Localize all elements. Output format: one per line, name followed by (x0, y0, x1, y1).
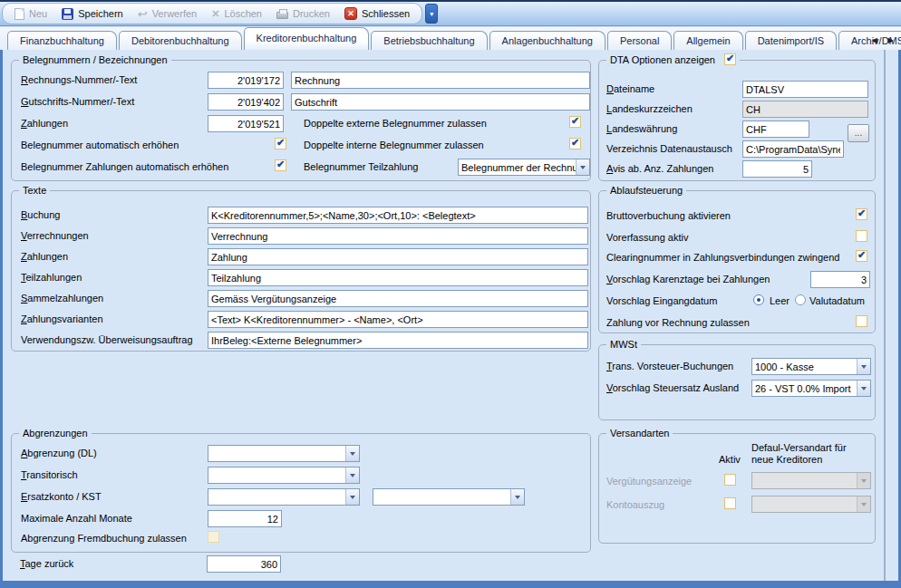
new-button[interactable]: Neu (7, 4, 54, 24)
dropdown-arrow-icon[interactable] (857, 359, 870, 374)
tab-scroll-arrows: ◀ ▶ (872, 36, 894, 44)
save-button[interactable]: Speichern (54, 4, 131, 24)
dropdown-arrow-icon[interactable] (345, 446, 359, 461)
tab-betriebsbuchhaltung[interactable]: Betriebsbuchhaltung (371, 31, 487, 50)
tab-datenimport-is[interactable]: Datenimport/IS (745, 31, 837, 50)
close-button[interactable]: ✕ Schliessen (337, 4, 417, 24)
floppy-disk-icon (62, 8, 73, 20)
dropdown-arrow-icon (857, 496, 870, 512)
beleg-auto-checkbox[interactable] (275, 138, 286, 149)
close-icon: ✕ (344, 7, 357, 20)
close-button-label: Schliessen (362, 8, 410, 19)
zahlungen-nummer-input[interactable] (208, 115, 284, 132)
karenztage-label: Vorschlag Karenztage bei Zahlungen (606, 274, 770, 284)
tab-finanzbuchhaltung[interactable]: Finanzbuchhaltung (7, 31, 117, 50)
avis-input[interactable] (742, 160, 812, 178)
tage-zurueck-label: Tage zurück (20, 558, 73, 569)
transitorisch-dropdown[interactable] (208, 467, 360, 484)
teilzahlungen-input[interactable] (208, 269, 588, 286)
dateiname-input[interactable] (742, 81, 868, 98)
kst-dropdown[interactable] (373, 488, 525, 506)
browse-button[interactable]: ... (848, 124, 869, 142)
dta-anzeigen-checkbox[interactable] (724, 53, 736, 65)
vorsteuer-buchungen-label: Trans. Vorsteuer-Buchungen (606, 361, 733, 371)
bruttoverbuchung-checkbox[interactable] (856, 208, 867, 220)
ersatzkonto-dropdown[interactable] (208, 488, 360, 506)
eingangdatum-leer-radio[interactable] (753, 294, 764, 305)
sammelzahlungen-input[interactable] (208, 290, 588, 307)
tage-zurueck-input[interactable] (207, 555, 281, 573)
vorerfassung-checkbox[interactable] (856, 230, 867, 242)
verwendungszweck-input[interactable] (208, 332, 588, 349)
verrechnungen-input[interactable] (208, 227, 588, 245)
kreditorenbuchhaltung-panel: Belegnummern / Bezeichnungen Rechnungs-N… (0, 50, 901, 588)
doppelte-externe-checkbox[interactable] (569, 116, 581, 128)
clearingnummer-label: Clearingnummer in Zahlungsverbindungen z… (606, 252, 839, 263)
delete-button[interactable]: ✕ Löschen (204, 4, 269, 24)
karenztage-input[interactable] (810, 271, 870, 288)
beleg-auto-zahlungen-label: Belegnummer Zahlungen automatisch erhöhe… (21, 161, 228, 172)
maximale-monate-input[interactable] (208, 510, 282, 527)
toolbar-overflow-button[interactable]: ▾ (425, 4, 438, 24)
tab-anlagenbuchhaltung[interactable]: Anlagenbuchhaltung (489, 31, 606, 50)
tab-allgemein[interactable]: Allgemein (673, 31, 742, 50)
group-ablaufsteuerung-title: Ablaufsteuerung (606, 185, 686, 196)
group-belegnummern: Belegnummern / Bezeichnungen Rechnungs-N… (11, 60, 591, 181)
tab-debitorenbuchhaltung[interactable]: Debitorenbuchhaltung (119, 31, 242, 50)
rechnungs-nummer-input[interactable] (208, 72, 284, 89)
group-abgrenzungen: Abgrenzungen Abgrenzung (DL) Transitoris… (11, 433, 591, 553)
toolbar: Neu Speichern ↩ Verwerfen ✕ Löschen Druc… (0, 2, 901, 26)
save-button-label: Speichern (78, 8, 123, 19)
group-abgrenzungen-title: Abgrenzungen (19, 428, 92, 439)
zahlungsvarianten-input[interactable] (208, 311, 588, 328)
print-button[interactable]: Drucken (269, 4, 337, 24)
dropdown-arrow-icon[interactable] (857, 381, 870, 396)
vorsteuer-buchungen-dropdown[interactable]: 1000 - Kasse (751, 358, 871, 375)
dateiname-label: Dateiname (606, 83, 654, 94)
undo-arrow-icon: ↩ (138, 8, 148, 20)
gutschrifts-text-input[interactable] (291, 93, 590, 111)
zahlung-vor-rechnung-checkbox[interactable] (856, 315, 867, 327)
verzeichnis-input[interactable] (742, 140, 844, 158)
steuersatz-ausland-dropdown[interactable]: 26 - VST 0.0% Import (751, 380, 871, 397)
dropdown-arrow-icon[interactable] (510, 489, 524, 505)
teilzahlung-dropdown[interactable]: Belegnummer der Rechnun (458, 159, 590, 176)
group-mwst-title: MWSt (606, 339, 641, 350)
gutschrifts-nummer-label: Gutschrifts-Nummer/-Text (21, 96, 134, 107)
eingangdatum-valutadatum-radio[interactable] (795, 294, 806, 305)
steuersatz-ausland-dropdown-value: 26 - VST 0.0% Import (752, 383, 857, 394)
discard-button[interactable]: ↩ Verwerfen (131, 4, 204, 24)
landeswaehrung-input[interactable] (742, 120, 809, 138)
tab-scroll-right-icon[interactable]: ▶ (888, 36, 894, 44)
tab-personal[interactable]: Personal (607, 31, 672, 50)
eingangdatum-label: Vorschlag Eingangdatum (606, 295, 717, 306)
dropdown-arrow-icon[interactable] (345, 468, 359, 483)
rechnungs-text-input[interactable] (291, 72, 590, 89)
beleg-auto-label: Belegnummer automatisch erhöhen (21, 140, 179, 150)
delete-x-icon: ✕ (211, 8, 219, 20)
group-versandarten-title: Versandarten (606, 428, 673, 439)
gutschrifts-nummer-input[interactable] (208, 93, 284, 111)
dropdown-arrow-icon[interactable] (345, 489, 359, 505)
print-button-label: Drucken (293, 8, 330, 19)
landeswaehrung-label: Landeswährung (606, 123, 677, 134)
beleg-auto-zahlungen-checkbox[interactable] (275, 159, 286, 171)
dropdown-arrow-icon (857, 473, 870, 488)
tab-strip: Finanzbuchhaltung Debitorenbuchhaltung K… (0, 27, 901, 50)
zahlung-vor-rechnung-label: Zahlung vor Rechnung zulassen (606, 317, 750, 328)
abgrenzung-dl-dropdown[interactable] (208, 445, 360, 462)
tab-kreditorenbuchhaltung[interactable]: Kreditorenbuchhaltung (244, 27, 370, 50)
buchung-input[interactable] (208, 207, 588, 224)
steuersatz-ausland-label: Vorschlag Steuersatz Ausland (606, 382, 739, 393)
tab-scroll-left-icon[interactable]: ◀ (872, 36, 877, 44)
zahlungen-text-input[interactable] (208, 248, 588, 265)
clearingnummer-checkbox[interactable] (856, 250, 867, 262)
group-dta-optionen: DTA Optionen anzeigen Dateiname Landesku… (598, 60, 876, 181)
zahlungsvarianten-label: Zahlungsvarianten (21, 313, 103, 324)
maximale-monate-label: Maximale Anzahl Monate (21, 513, 132, 524)
teilzahlung-dropdown-value: Belegnummer der Rechnun (459, 162, 576, 173)
doppelte-interne-checkbox[interactable] (569, 138, 581, 149)
teilzahlung-label: Belegnummer Teilzahlung (304, 161, 418, 172)
dropdown-arrow-icon[interactable] (576, 159, 589, 175)
kontoauszug-label: Kontoauszug (606, 499, 664, 510)
